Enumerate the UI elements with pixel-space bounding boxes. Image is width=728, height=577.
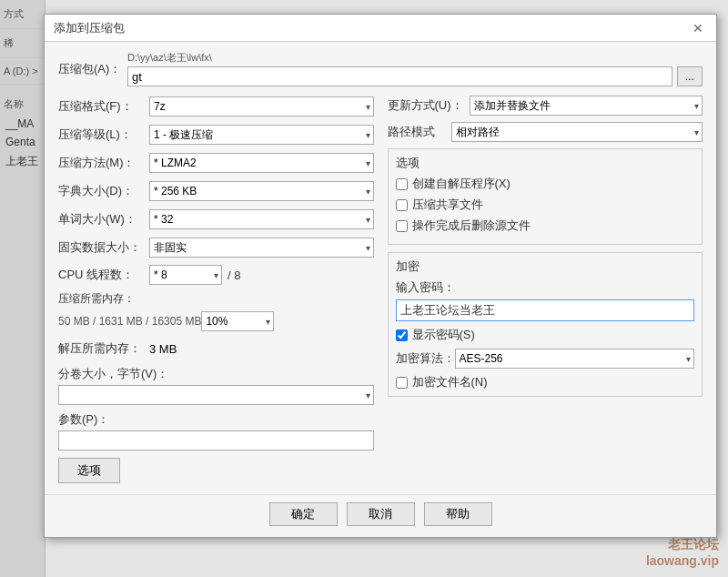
algo-select[interactable]: AES-256ZipCrypto <box>455 349 695 369</box>
options-section-box: 选项 创建自解压程序(X) 压缩共享文件 操作完成后删除源文件 <box>388 148 703 245</box>
format-row: 压缩格式(F)： 7zziptar <box>58 96 374 117</box>
right-column: 更新方式(U)： 添加并替换文件添加并更新文件 路径模式 相对路径绝对路径无路径 <box>388 96 703 483</box>
path-mode-row: 路径模式 相对路径绝对路径无路径 <box>388 122 703 142</box>
archive-input[interactable] <box>127 66 672 86</box>
sfx-checkbox-row: 创建自解压程序(X) <box>396 176 695 192</box>
format-label: 压缩格式(F)： <box>58 98 149 115</box>
dialog-title: 添加到压缩包 <box>54 20 125 36</box>
format-select-wrap[interactable]: 7zziptar <box>149 96 374 116</box>
method-row: 压缩方法(M)： * LZMA2LZMA <box>58 152 374 174</box>
update-select[interactable]: 添加并替换文件添加并更新文件 <box>470 96 703 116</box>
compress-mem-info-row: 50 MB / 1631 MB / 16305 MB 10%1%5%25%50% <box>58 311 374 331</box>
dict-select[interactable]: * 256 KB512 KB <box>149 181 374 201</box>
method-select-wrap[interactable]: * LZMA2LZMA <box>149 153 374 173</box>
path-mode-label: 路径模式 <box>388 124 451 140</box>
title-bar: 添加到压缩包 ✕ <box>45 15 716 42</box>
solid-select[interactable]: 非固实固实 <box>149 238 374 258</box>
compress-mem-info: 50 MB / 1631 MB / 16305 MB <box>58 315 201 328</box>
path-mode-select-wrap[interactable]: 相对路径绝对路径无路径 <box>451 122 703 142</box>
share-checkbox[interactable] <box>396 199 408 211</box>
volume-label: 分卷大小，字节(V)： <box>58 366 374 382</box>
word-select-wrap[interactable]: * 3264 <box>149 209 374 229</box>
show-password-label: 显示密码(S) <box>412 327 475 343</box>
password-input[interactable] <box>396 299 695 321</box>
decomp-mem-label: 解压所需内存： <box>58 340 149 357</box>
dialog-content: 压缩包(A)： D:\yy\az\老王\lw\fx\ ... 压缩格式(F)： … <box>45 42 716 494</box>
password-label: 输入密码： <box>396 279 695 296</box>
solid-select-wrap[interactable]: 非固实固实 <box>149 238 374 258</box>
sfx-checkbox[interactable] <box>396 178 408 190</box>
cancel-button[interactable]: 取消 <box>347 502 415 526</box>
update-row: 更新方式(U)： 添加并替换文件添加并更新文件 <box>388 96 703 116</box>
add-archive-dialog: 添加到压缩包 ✕ 压缩包(A)： D:\yy\az\老王\lw\fx\ ... … <box>44 14 717 538</box>
ok-button[interactable]: 确定 <box>269 502 338 526</box>
solid-row: 固实数据大小： 非固实固实 <box>58 237 374 258</box>
volume-row: 分卷大小，字节(V)： 100M700M1G <box>58 366 374 405</box>
sfx-label: 创建自解压程序(X) <box>412 176 511 192</box>
params-row: 参数(P)： <box>58 411 374 450</box>
archive-row: 压缩包(A)： D:\yy\az\老王\lw\fx\ ... <box>58 51 703 86</box>
volume-select[interactable]: 100M700M1G <box>58 385 374 405</box>
algo-select-wrap[interactable]: AES-256ZipCrypto <box>455 349 695 369</box>
options-btn-row: 选项 <box>58 458 374 483</box>
cpu-select-wrap[interactable]: * 8* 4* 2 <box>149 265 222 285</box>
archive-label: 压缩包(A)： <box>58 61 122 77</box>
method-select[interactable]: * LZMA2LZMA <box>149 153 374 173</box>
options-section-title: 选项 <box>396 155 695 171</box>
params-input[interactable] <box>58 430 374 450</box>
compress-mem-select[interactable]: 10%1%5%25%50% <box>201 311 274 331</box>
word-select[interactable]: * 3264 <box>149 209 374 229</box>
compress-mem-select-wrap[interactable]: 10%1%5%25%50% <box>201 311 274 331</box>
close-button[interactable]: ✕ <box>689 19 707 37</box>
level-select-wrap[interactable]: 1 - 极速压缩5 - 标准压缩 <box>149 125 374 145</box>
update-select-wrap[interactable]: 添加并替换文件添加并更新文件 <box>470 96 703 116</box>
word-label: 单词大小(W)： <box>58 211 149 228</box>
level-row: 压缩等级(L)： 1 - 极速压缩5 - 标准压缩 <box>58 124 374 146</box>
cpu-label: CPU 线程数： <box>58 267 149 283</box>
show-password-row: 显示密码(S) <box>396 327 695 343</box>
encrypt-title: 加密 <box>396 258 695 275</box>
decomp-mem-value: 3 MB <box>149 342 177 356</box>
options-button[interactable]: 选项 <box>58 458 120 483</box>
two-column-layout: 压缩格式(F)： 7zziptar 压缩等级(L)： 1 - 极速压缩5 - 标… <box>58 96 703 483</box>
path-mode-select[interactable]: 相对路径绝对路径无路径 <box>451 122 703 142</box>
encrypt-filename-label: 加密文件名(N) <box>412 374 488 390</box>
share-checkbox-row: 压缩共享文件 <box>396 197 695 213</box>
share-label: 压缩共享文件 <box>412 197 483 213</box>
encrypt-filename-row: 加密文件名(N) <box>396 374 695 390</box>
update-label: 更新方式(U)： <box>388 97 470 114</box>
dict-select-wrap[interactable]: * 256 KB512 KB <box>149 181 374 201</box>
format-select[interactable]: 7zziptar <box>149 96 374 116</box>
algo-label: 加密算法： <box>396 350 455 367</box>
delete-checkbox-row: 操作完成后删除源文件 <box>396 218 695 234</box>
algo-row: 加密算法： AES-256ZipCrypto <box>396 349 695 369</box>
browse-button[interactable]: ... <box>677 66 703 86</box>
dict-row: 字典大小(D)： * 256 KB512 KB <box>58 180 374 202</box>
solid-label: 固实数据大小： <box>58 239 149 256</box>
cpu-select[interactable]: * 8* 4* 2 <box>149 265 222 285</box>
dict-label: 字典大小(D)： <box>58 183 149 199</box>
params-label: 参数(P)： <box>58 411 374 428</box>
compress-mem-label: 压缩所需内存： <box>58 292 135 305</box>
left-column: 压缩格式(F)： 7zziptar 压缩等级(L)： 1 - 极速压缩5 - 标… <box>58 96 374 483</box>
cpu-extra: / 8 <box>228 268 240 282</box>
dialog-footer: 确定 取消 帮助 <box>45 494 716 537</box>
show-password-checkbox[interactable] <box>396 329 408 341</box>
compress-mem-row: 压缩所需内存： <box>58 291 374 307</box>
level-label: 压缩等级(L)： <box>58 127 149 143</box>
method-label: 压缩方法(M)： <box>58 155 149 171</box>
level-select[interactable]: 1 - 极速压缩5 - 标准压缩 <box>149 125 374 145</box>
help-button[interactable]: 帮助 <box>424 502 492 526</box>
delete-checkbox[interactable] <box>396 220 408 232</box>
volume-select-wrap[interactable]: 100M700M1G <box>58 385 374 405</box>
cpu-row: CPU 线程数： * 8* 4* 2 / 8 <box>58 265 374 285</box>
archive-path-display: D:\yy\az\老王\lw\fx\ <box>127 51 703 65</box>
delete-label: 操作完成后删除源文件 <box>412 218 531 234</box>
word-row: 单词大小(W)： * 3264 <box>58 208 374 230</box>
encrypt-section-box: 加密 输入密码： 显示密码(S) 加密算法： AES-256ZipCrypto <box>388 252 703 397</box>
decomp-mem-row: 解压所需内存： 3 MB <box>58 338 374 359</box>
encrypt-filename-checkbox[interactable] <box>396 377 408 389</box>
